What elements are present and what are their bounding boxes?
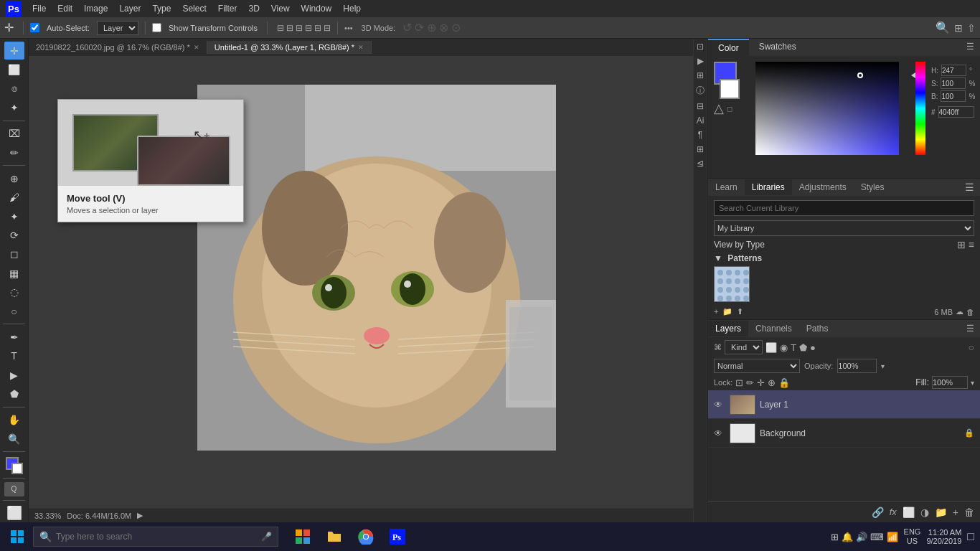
taskbar-files-icon[interactable] xyxy=(320,524,349,550)
tab-photo[interactable]: 20190822_160020.jpg @ 16.7% (RGB/8#) * ✕ xyxy=(29,41,207,54)
libraries-panel-menu[interactable]: ☰ xyxy=(965,182,974,193)
opacity-dropdown-icon[interactable]: ▾ xyxy=(881,362,885,370)
library-select[interactable]: My Library xyxy=(714,220,974,236)
brush-tool[interactable]: 🖌 xyxy=(4,189,24,207)
group-layers-icon[interactable]: 📁 xyxy=(935,507,947,518)
grid-view-icon[interactable]: ⊞ xyxy=(957,239,966,250)
screen-mode[interactable]: ⬜ xyxy=(4,504,24,522)
tab-channels[interactable]: Channels xyxy=(748,321,799,336)
menu-view[interactable]: View xyxy=(266,2,295,15)
tab-learn[interactable]: Learn xyxy=(708,179,745,195)
mask-icon[interactable]: ⬜ xyxy=(903,507,915,518)
move-tool[interactable]: ✛ xyxy=(4,42,24,60)
share-icon[interactable]: ⇧ xyxy=(967,22,976,34)
3d-icon-5[interactable]: ⊙ xyxy=(451,21,461,34)
adjustment-layer-icon[interactable]: ◑ xyxy=(920,507,929,518)
filter-pixel-icon[interactable]: ⬜ xyxy=(765,342,777,353)
menu-filter[interactable]: Filter xyxy=(213,2,242,15)
3d-icon-3[interactable]: ⊕ xyxy=(427,21,436,34)
taskbar-chrome-icon[interactable] xyxy=(352,524,380,550)
align-right-icon[interactable]: ⊟ xyxy=(296,23,303,33)
workspace-icon[interactable]: ⊞ xyxy=(954,22,963,34)
menu-file[interactable]: File xyxy=(27,2,51,15)
tab-photo-close[interactable]: ✕ xyxy=(194,44,199,51)
lasso-tool[interactable]: ⌾ xyxy=(4,80,24,98)
link-layers-icon[interactable]: 🔗 xyxy=(872,507,884,518)
lib-add-icon[interactable]: + xyxy=(714,307,718,316)
tab-untitled-close[interactable]: ✕ xyxy=(358,44,364,51)
align-center-icon[interactable]: ⊟ xyxy=(286,23,293,33)
start-button[interactable] xyxy=(6,525,29,548)
clone-tool[interactable]: ✦ xyxy=(4,207,24,225)
layer-row-1[interactable]: 👁 Layer 1 xyxy=(708,390,980,419)
lock-all-icon[interactable]: 🔒 xyxy=(778,377,790,388)
shape-tool[interactable]: ⬟ xyxy=(4,385,24,402)
layerbg-visibility-icon[interactable]: 👁 xyxy=(714,428,725,438)
color-panel-menu[interactable]: ☰ xyxy=(961,39,980,56)
battery-icon[interactable]: 📶 xyxy=(887,532,898,542)
lib-folder-icon[interactable]: 📁 xyxy=(722,307,732,316)
layer-row-bg[interactable]: 👁 Background 🔒 xyxy=(708,419,980,448)
tab-libraries[interactable]: Libraries xyxy=(745,179,792,195)
notification-icon[interactable]: □ xyxy=(967,530,974,543)
lib-delete-icon[interactable]: 🗑 xyxy=(966,308,974,316)
viewby-label[interactable]: View by Type xyxy=(714,240,765,250)
tab-styles[interactable]: Styles xyxy=(854,179,892,195)
new-layer-icon[interactable]: + xyxy=(953,507,958,518)
lib-cloud-icon[interactable]: ☁ xyxy=(956,307,963,316)
3d-icon-2[interactable]: ⟳ xyxy=(415,21,424,34)
panel-icon3[interactable]: ¶ xyxy=(698,130,702,140)
taskbar-photoshop-icon[interactable]: Ps xyxy=(383,524,412,550)
layers-kind-select[interactable]: Kind xyxy=(725,340,763,354)
blend-mode-select[interactable]: Normal xyxy=(714,359,800,373)
menu-image[interactable]: Image xyxy=(79,2,113,15)
color-gradient-picker[interactable] xyxy=(755,62,899,155)
hue-input[interactable] xyxy=(941,65,966,76)
filter-toggle[interactable]: ○ xyxy=(969,342,974,353)
filter-adjust-icon[interactable]: ◉ xyxy=(780,342,788,353)
info-icon[interactable]: ⓘ xyxy=(696,85,705,97)
fx-icon[interactable]: fx xyxy=(890,507,897,517)
align-top-icon[interactable]: ⊟ xyxy=(305,23,312,33)
list-view-icon[interactable]: ≡ xyxy=(969,239,974,250)
menu-layer[interactable]: Layer xyxy=(114,2,146,15)
crop-tool[interactable]: ⌧ xyxy=(4,124,24,142)
layers-panel-menu[interactable]: ☰ xyxy=(966,324,974,334)
menu-select[interactable]: Select xyxy=(177,2,211,15)
network-icon[interactable]: ⊞ xyxy=(831,532,839,542)
taskbar-explorer-icon[interactable] xyxy=(288,524,317,550)
3d-icon-1[interactable]: ↺ xyxy=(402,21,412,34)
autoselect-checkbox[interactable] xyxy=(30,23,39,32)
fill-input[interactable] xyxy=(932,376,968,389)
panel-icon1[interactable]: ⊟ xyxy=(697,101,704,111)
menu-help[interactable]: Help xyxy=(338,2,366,15)
canvas-content[interactable]: ↖✛ Move tool (V) Moves a selection or la… xyxy=(29,56,693,522)
blur-tool[interactable]: ◌ xyxy=(4,283,24,301)
speaker-icon[interactable]: 🔊 xyxy=(856,532,867,542)
panel-icon4[interactable]: ⊞ xyxy=(697,144,704,154)
3d-icon-4[interactable]: ⊗ xyxy=(439,21,448,34)
cat-image-canvas[interactable] xyxy=(197,85,556,451)
tab-color[interactable]: Color xyxy=(708,39,749,56)
magic-wand-tool[interactable]: ✦ xyxy=(4,98,24,116)
delete-layer-icon[interactable]: 🗑 xyxy=(964,507,974,518)
expand-icon[interactable]: ▶ xyxy=(137,511,143,520)
filter-shape-icon[interactable]: ⬟ xyxy=(799,342,807,353)
background-color[interactable] xyxy=(720,79,740,99)
tab-layers[interactable]: Layers xyxy=(708,321,748,336)
tab-adjustments[interactable]: Adjustments xyxy=(792,179,854,195)
patterns-collapse-icon[interactable]: ▼ xyxy=(714,253,722,263)
menu-edit[interactable]: Edit xyxy=(52,2,77,15)
filter-smart-icon[interactable]: ● xyxy=(810,342,816,353)
history-tool[interactable]: ⟳ xyxy=(4,226,24,244)
transform-checkbox[interactable] xyxy=(152,23,161,32)
eyedropper-tool[interactable]: ✏ xyxy=(4,143,24,161)
hand-tool[interactable]: ✋ xyxy=(4,411,24,429)
gradient-tool[interactable]: ▦ xyxy=(4,264,24,282)
workspace-icon2[interactable]: ⊞ xyxy=(697,70,704,80)
properties-icon[interactable]: ⊡ xyxy=(697,42,704,52)
keyboard-icon[interactable]: ⌨ xyxy=(870,532,884,542)
lock-paint-icon[interactable]: ✏ xyxy=(746,377,754,388)
layer1-visibility-icon[interactable]: 👁 xyxy=(714,400,725,410)
filter-type-icon[interactable]: T xyxy=(791,342,796,353)
